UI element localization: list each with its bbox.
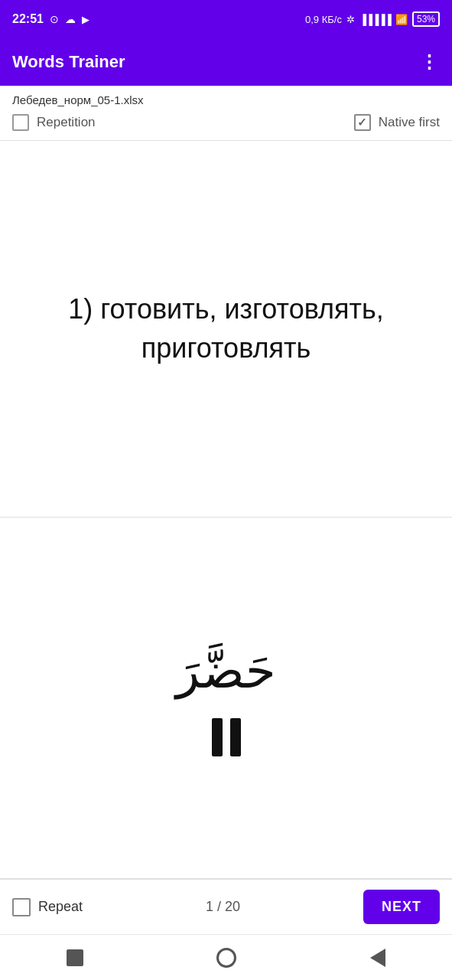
filename-bar: Лебедев_норм_05-1.xlsx [0, 86, 452, 111]
youtube-icon: ▶ [82, 14, 89, 25]
repetition-label: Repetition [37, 115, 96, 130]
cloud-icon: ☁ [65, 13, 76, 25]
native-first-label: Native first [379, 115, 440, 130]
repeat-option[interactable]: Repeat [12, 898, 83, 916]
nav-square-icon[interactable] [67, 949, 83, 966]
repeat-checkbox[interactable] [12, 898, 31, 916]
menu-button[interactable]: ⋮ [420, 51, 440, 73]
nav-bar [0, 934, 452, 980]
russian-word-card: 1) готовить, изготовлять, приготовлять [0, 141, 452, 518]
options-row: Repetition Native first [0, 111, 452, 141]
arabic-word-card[interactable]: حَضَّرَ [0, 518, 452, 879]
signal-icon: ▐▐▐▐▐ [359, 14, 391, 25]
status-right: 0,9 КБ/с ✲ ▐▐▐▐▐ 📶 53% [305, 11, 440, 27]
arabic-word-text: حَضَّرَ [176, 639, 276, 703]
russian-word-text: 1) готовить, изготовлять, приготовлять [15, 290, 437, 368]
nav-back-icon[interactable] [370, 949, 385, 967]
bluetooth-icon: ✲ [346, 14, 355, 25]
pause-bar-left [212, 718, 223, 756]
repetition-option[interactable]: Repetition [12, 114, 96, 131]
repeat-label: Repeat [38, 899, 83, 915]
app-bar: Words Trainer ⋮ [0, 38, 452, 86]
sync-icon: ⊙ [50, 13, 59, 25]
wifi-icon: 📶 [395, 14, 408, 25]
filename-text: Лебедев_норм_05-1.xlsx [12, 93, 144, 106]
data-speed: 0,9 КБ/с [305, 14, 342, 25]
status-bar: 22:51 ⊙ ☁ ▶ 0,9 КБ/с ✲ ▐▐▐▐▐ 📶 53% [0, 0, 452, 38]
nav-home-icon[interactable] [216, 948, 236, 968]
native-first-checkbox[interactable] [354, 114, 371, 131]
status-time: 22:51 [12, 12, 44, 26]
battery-icon: 53% [412, 11, 440, 27]
native-first-option[interactable]: Native first [354, 114, 440, 131]
pause-icon[interactable] [212, 718, 241, 756]
pause-bar-right [230, 718, 241, 756]
next-button[interactable]: NEXT [363, 890, 440, 924]
progress-text: 1 / 20 [206, 899, 240, 915]
app-title: Words Trainer [12, 52, 125, 72]
bottom-bar: Repeat 1 / 20 NEXT [0, 879, 452, 934]
status-left: 22:51 ⊙ ☁ ▶ [12, 12, 89, 26]
repetition-checkbox[interactable] [12, 114, 29, 131]
